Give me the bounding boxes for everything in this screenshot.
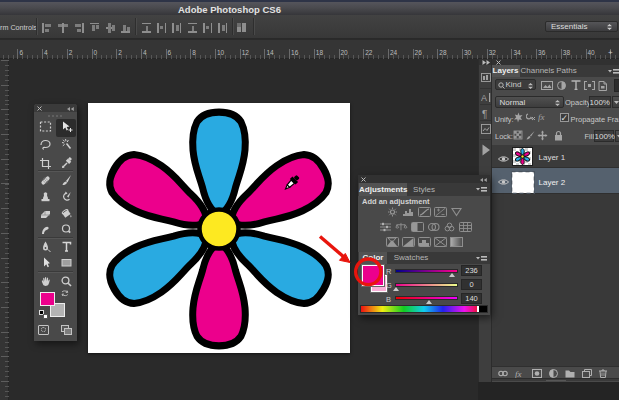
svg-text:A: A — [481, 93, 487, 103]
svg-text:fx: fx — [538, 112, 545, 122]
svg-text:¶: ¶ — [482, 109, 487, 120]
